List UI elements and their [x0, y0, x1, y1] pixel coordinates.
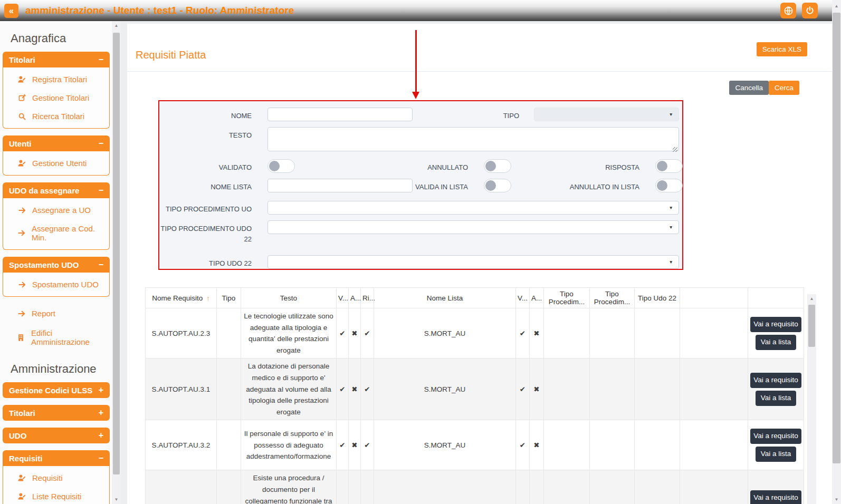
scroll-down-icon[interactable]: ▼: [832, 495, 841, 504]
scroll-up-icon[interactable]: ▲: [832, 2, 841, 11]
tipo-procedimento-udo22-select[interactable]: ▼: [267, 220, 679, 234]
col-header-annullato-in-lista[interactable]: A...: [530, 288, 544, 308]
sidebar-scrollbar[interactable]: ▲ ▼: [112, 21, 121, 504]
col-header-nome-requisito[interactable]: Nome Requisito↑: [146, 288, 217, 308]
scroll-down-icon[interactable]: ▼: [112, 495, 121, 504]
collapse-minus-icon[interactable]: −: [99, 55, 103, 64]
sidebar-panel-header-spostamento-udo[interactable]: Spostamento UDO −: [3, 257, 110, 273]
page-scrollbar[interactable]: ▲ ▼: [832, 0, 841, 504]
search-button[interactable]: Cerca: [769, 81, 799, 95]
panel-title: Titolari: [9, 409, 35, 418]
check-icon: ✔: [516, 420, 530, 470]
valida-in-lista-toggle[interactable]: [484, 179, 511, 192]
check-icon: ✔: [337, 470, 349, 504]
tipo-procedimento-uo-select[interactable]: ▼: [267, 201, 679, 215]
sidebar-item-assegnare-a-uo[interactable]: Assegnare a UO: [3, 201, 109, 219]
tipo-select[interactable]: ▼: [534, 108, 679, 121]
sidebar-item-liste-requisiti[interactable]: Liste Requisiti: [3, 487, 109, 504]
cross-icon: ✖: [349, 358, 361, 420]
goto-lista-button[interactable]: Vai a lista: [756, 391, 796, 406]
col-header-tipo-udo22[interactable]: Tipo Udo 22: [635, 288, 680, 308]
scroll-up-icon[interactable]: ▲: [112, 21, 121, 30]
power-icon: [805, 6, 815, 15]
col-header-tipo-procedimento-uo[interactable]: Tipo Procedim...: [544, 288, 590, 308]
page-title: Requisiti Piatta: [136, 49, 206, 61]
edit-icon: [17, 94, 26, 102]
col-header-validato[interactable]: V...: [337, 288, 349, 308]
expand-plus-icon[interactable]: +: [99, 408, 103, 418]
sidebar-item-spostamento-udo[interactable]: Spostamento UDO: [3, 275, 109, 294]
risposta-toggle[interactable]: [655, 159, 683, 173]
goto-requisito-button[interactable]: Vai a requisito: [750, 490, 801, 504]
toggle-knob: [269, 161, 280, 171]
tipo-udo22-select[interactable]: ▼: [267, 255, 679, 269]
page-scrollbar-thumb[interactable]: [833, 13, 840, 463]
annullato-in-lista-toggle[interactable]: [655, 179, 683, 192]
expand-plus-icon[interactable]: +: [99, 431, 103, 440]
sidebar-collapse-button[interactable]: «: [4, 4, 18, 18]
sidebar-item-gestione-titolari[interactable]: Gestione Titolari: [3, 89, 109, 107]
col-header-annullato[interactable]: A...: [349, 288, 361, 308]
table-scrollbar-thumb[interactable]: [808, 305, 815, 347]
sidebar-item-report[interactable]: Report: [0, 304, 112, 323]
col-header-valida-in-lista[interactable]: V...: [516, 288, 530, 308]
sidebar-item-requisiti[interactable]: Requisiti: [3, 469, 109, 487]
col-header-tipo-procedimento-udo22[interactable]: Tipo Procedim...: [590, 288, 635, 308]
download-xls-button[interactable]: Scarica XLS: [757, 42, 807, 56]
cell-tipo-udo22: [635, 308, 680, 358]
sidebar-panel-header-gestione-codici-ulss[interactable]: Gestione Codici ULSS +: [3, 382, 110, 398]
language-globe-button[interactable]: [780, 3, 796, 18]
sidebar-panel-header-utenti[interactable]: Utenti −: [3, 135, 110, 151]
sidebar-scrollbar-thumb[interactable]: [113, 33, 120, 474]
col-header-testo[interactable]: Testo: [241, 288, 337, 308]
col-header-actions: [748, 288, 804, 308]
sidebar-item-ricerca-titolari[interactable]: Ricerca Titolari: [3, 107, 109, 125]
header-divider: [127, 71, 832, 72]
col-header-nome-lista[interactable]: Nome Lista: [374, 288, 516, 308]
table-scrollbar[interactable]: ▲: [807, 294, 816, 504]
col-header-tipo[interactable]: Tipo: [217, 288, 241, 308]
validato-toggle[interactable]: [267, 159, 295, 173]
panel-title: Requisiti: [9, 454, 42, 463]
collapse-minus-icon[interactable]: −: [99, 186, 103, 195]
goto-requisito-button[interactable]: Vai a requisito: [750, 429, 801, 444]
nome-lista-input[interactable]: [267, 179, 413, 192]
resize-grip-icon[interactable]: [673, 147, 677, 152]
goto-requisito-button[interactable]: Vai a requisito: [750, 317, 801, 332]
collapse-minus-icon[interactable]: −: [99, 260, 103, 269]
sidebar-panel-header-titolari[interactable]: Titolari −: [3, 52, 110, 67]
nome-lista-label: NOME LISTA: [159, 179, 252, 192]
goto-requisito-button[interactable]: Vai a requisito: [750, 373, 801, 388]
expand-plus-icon[interactable]: +: [99, 385, 103, 395]
collapse-minus-icon[interactable]: −: [99, 139, 103, 148]
sidebar-item-label: Gestione Titolari: [32, 93, 89, 102]
scroll-up-icon[interactable]: ▲: [807, 294, 816, 303]
annullato-toggle[interactable]: [484, 159, 511, 173]
sidebar-item-assegnare-a-cod-min[interactable]: Assegnare a Cod. Min.: [3, 219, 109, 247]
panel-title: UDO: [9, 431, 26, 440]
col-header-risposta[interactable]: Ri...: [361, 288, 374, 308]
collapse-minus-icon[interactable]: −: [99, 453, 103, 463]
sidebar-item-registra-titolari[interactable]: Registra Titolari: [3, 70, 109, 89]
sidebar-panel-gestione-codici-ulss: Gestione Codici ULSS +: [3, 382, 110, 398]
sidebar-panel-header-requisiti[interactable]: Requisiti −: [3, 450, 110, 466]
sidebar-item-label: Report: [32, 309, 55, 318]
sidebar-item-edifici-amministrazione[interactable]: Edifici Amministrazione: [0, 323, 112, 352]
goto-lista-button[interactable]: Vai a lista: [756, 335, 796, 350]
goto-lista-button[interactable]: Vai a lista: [756, 447, 796, 462]
caret-down-icon: ▼: [669, 259, 673, 265]
cancel-button[interactable]: Cancella: [729, 81, 769, 95]
sidebar-panel-header-udo-da-assegnare[interactable]: UDO da assegnare −: [3, 182, 110, 198]
sidebar-panel-header-titolari-admin[interactable]: Titolari +: [3, 405, 110, 421]
toggle-knob: [657, 180, 667, 191]
sidebar-panel-header-udo[interactable]: UDO +: [3, 428, 110, 443]
logout-power-button[interactable]: [802, 3, 818, 18]
sidebar-heading-anagrafica: Anagrafica: [11, 32, 112, 45]
cell-tipo-procedimento-udo22: [590, 308, 635, 358]
sidebar-item-gestione-utenti[interactable]: Gestione Utenti: [3, 154, 109, 172]
tipo-procedimento-uo-label: TIPO PROCEDIMENTO UO: [159, 201, 252, 215]
nome-input[interactable]: [267, 108, 413, 121]
panel-title: Spostamento UDO: [9, 260, 79, 269]
cross-icon: ✖: [530, 470, 544, 504]
testo-textarea[interactable]: [267, 127, 679, 151]
